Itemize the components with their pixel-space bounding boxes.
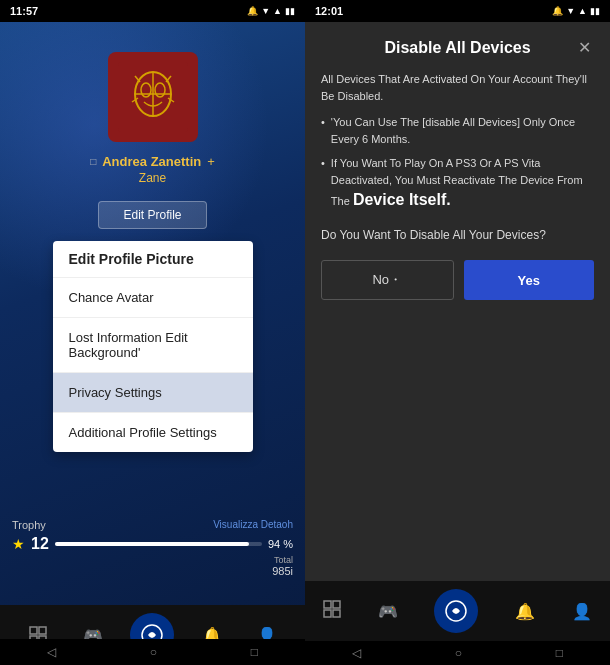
profile-section: □ Andrea Zanettin + Zane Edit Profile Ed… xyxy=(0,22,305,452)
progress-bar-fill xyxy=(55,542,250,546)
visualizza-link[interactable]: Visualizza Detaoh xyxy=(213,519,293,531)
sys-nav-right: ◁ ○ □ xyxy=(305,641,610,665)
avatar-image xyxy=(118,62,188,132)
bullet-item-1: • 'You Can Use The [disable All Devices]… xyxy=(321,114,594,147)
svg-rect-11 xyxy=(39,627,46,634)
dialog-intro: All Devices That Are Activated On Your A… xyxy=(321,71,594,104)
bullet-dot-2: • xyxy=(321,155,325,212)
dropdown-menu: Edit Profile Picture Chance Avatar Lost … xyxy=(53,241,253,452)
status-icons-left: 🔔 ▼ ▲ ▮▮ xyxy=(247,6,295,16)
nav-ps-center-right[interactable] xyxy=(434,589,478,633)
trophy-row: ★ 12 94 % xyxy=(12,535,293,553)
no-button[interactable]: No・ xyxy=(321,260,454,300)
sys-back-icon[interactable]: ◁ xyxy=(47,645,56,659)
dialog-buttons: No・ Yes xyxy=(321,260,594,300)
right-panel: 12:01 🔔 ▼ ▲ ▮▮ Disable All Devices ✕ All… xyxy=(305,0,610,665)
total-num: 985i xyxy=(272,565,293,577)
dropdown-item-change-avatar[interactable]: Chance Avatar xyxy=(53,278,253,318)
dropdown-item-additional[interactable]: Additional Profile Settings xyxy=(53,413,253,452)
sys-home-icon[interactable]: ○ xyxy=(150,645,157,659)
dropdown-header: Edit Profile Picture xyxy=(53,241,253,278)
sys-nav-left: ◁ ○ □ xyxy=(0,639,305,665)
large-text: Device Itself. xyxy=(353,191,451,208)
edit-profile-button[interactable]: Edit Profile xyxy=(98,201,206,229)
avatar xyxy=(108,52,198,142)
nav-controller-right[interactable]: 🎮 xyxy=(378,602,398,621)
sys-recent-right[interactable]: □ xyxy=(556,646,563,660)
total-label: Total xyxy=(272,555,293,565)
svg-rect-15 xyxy=(324,601,331,608)
trophy-section: Trophy Visualizza Detaoh ★ 12 94 % Total… xyxy=(12,519,293,577)
dialog-question: Do You Want To Disable All Your Devices? xyxy=(321,226,594,244)
svg-rect-17 xyxy=(324,610,331,617)
time-right: 12:01 xyxy=(315,5,343,17)
nav-user-right[interactable]: 👤 xyxy=(572,602,592,621)
status-bar-right: 12:01 🔔 ▼ ▲ ▮▮ xyxy=(305,0,610,22)
dialog-header: Disable All Devices ✕ xyxy=(321,38,594,57)
bullet-text-1: 'You Can Use The [disable All Devices] O… xyxy=(331,114,594,147)
svg-rect-16 xyxy=(333,601,340,608)
signal-icon-right: ▼ xyxy=(566,6,575,16)
svg-rect-18 xyxy=(333,610,340,617)
ps-icon: □ xyxy=(90,156,96,167)
time-left: 11:57 xyxy=(10,5,38,17)
wifi-icon-right: ▲ xyxy=(578,6,587,16)
bullet-dot-1: • xyxy=(321,114,325,147)
username-row: □ Andrea Zanettin + xyxy=(90,154,215,169)
status-icons-right: 🔔 ▼ ▲ ▮▮ xyxy=(552,6,600,16)
dropdown-item-privacy[interactable]: Privacy Settings xyxy=(53,373,253,413)
close-button[interactable]: ✕ xyxy=(574,38,594,57)
trophy-count: 12 xyxy=(31,535,49,553)
status-bar-left: 11:57 🔔 ▼ ▲ ▮▮ xyxy=(0,0,305,22)
trophy-percent: 94 % xyxy=(268,538,293,550)
dialog-bullets: • 'You Can Use The [disable All Devices]… xyxy=(321,114,594,212)
username: Andrea Zanettin xyxy=(102,154,201,169)
dialog-title: Disable All Devices xyxy=(341,39,574,57)
sys-recent-icon[interactable]: □ xyxy=(251,645,258,659)
bullet-item-2: • If You Want To Play On A PS3 Or A PS V… xyxy=(321,155,594,212)
signal-icon: ▼ xyxy=(261,6,270,16)
dropdown-item-edit-background[interactable]: Lost Information Edit Background' xyxy=(53,318,253,373)
notification-icon: 🔔 xyxy=(247,6,258,16)
bottom-nav-right: 🎮 🔔 👤 xyxy=(305,581,610,641)
sys-home-right[interactable]: ○ xyxy=(455,646,462,660)
dialog-container: Disable All Devices ✕ All Devices That A… xyxy=(305,22,610,581)
dialog-body: All Devices That Are Activated On Your A… xyxy=(321,71,594,300)
battery-icon: ▮▮ xyxy=(285,6,295,16)
plus-icon: + xyxy=(207,154,215,169)
handle: Zane xyxy=(139,171,166,185)
battery-icon-right: ▮▮ xyxy=(590,6,600,16)
progress-bar xyxy=(55,542,262,546)
svg-rect-10 xyxy=(30,627,37,634)
nav-bell-right[interactable]: 🔔 xyxy=(515,602,535,621)
bullet-text-2: If You Want To Play On A PS3 Or A PS Vit… xyxy=(331,155,594,212)
star-icon: ★ xyxy=(12,536,25,552)
sys-back-right[interactable]: ◁ xyxy=(352,646,361,660)
trophy-label: Trophy xyxy=(12,519,46,531)
yes-button[interactable]: Yes xyxy=(464,260,595,300)
nav-icon-1-right[interactable] xyxy=(323,600,341,622)
left-panel: 11:57 🔔 ▼ ▲ ▮▮ xyxy=(0,0,305,665)
notification-icon-right: 🔔 xyxy=(552,6,563,16)
wifi-icon: ▲ xyxy=(273,6,282,16)
